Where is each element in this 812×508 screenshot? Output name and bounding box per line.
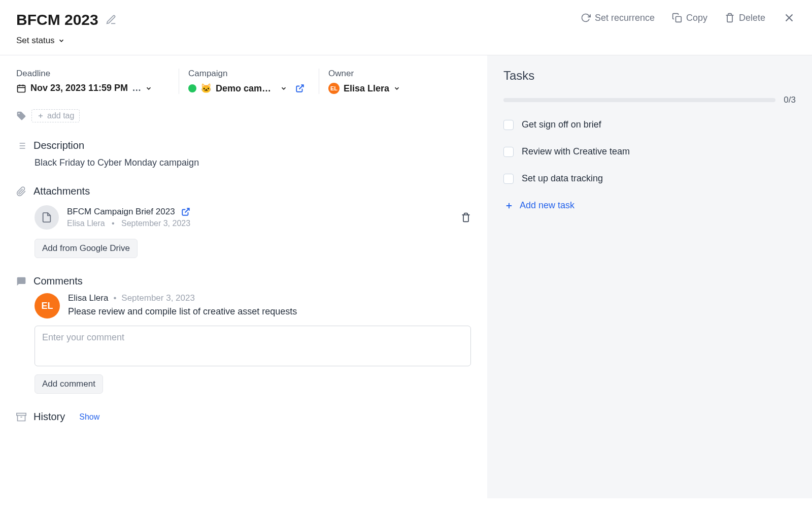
trash-icon[interactable] bbox=[461, 212, 471, 223]
attachment-name[interactable]: BFCM Campaign Brief 2023 bbox=[67, 207, 175, 217]
comment-date: September 3, 2023 bbox=[121, 293, 195, 303]
history-heading: History bbox=[33, 411, 65, 423]
task-label[interactable]: Review with Creative team bbox=[522, 146, 630, 157]
page-title: BFCM 2023 bbox=[16, 11, 98, 28]
copy-button[interactable]: Copy bbox=[672, 13, 707, 23]
plus-icon bbox=[37, 112, 44, 119]
attachment-author: Elisa Llera bbox=[67, 219, 105, 228]
copy-label: Copy bbox=[686, 13, 707, 23]
paperclip-icon bbox=[16, 186, 26, 197]
set-status-dropdown[interactable]: Set status bbox=[16, 36, 117, 46]
comment-author: Elisa Llera bbox=[68, 293, 108, 303]
external-link-icon[interactable] bbox=[181, 207, 190, 216]
tasks-progress-count: 0/3 bbox=[784, 95, 796, 105]
add-task-button[interactable]: Add new task bbox=[504, 200, 796, 211]
chevron-down-icon bbox=[393, 85, 400, 92]
tasks-panel: Tasks 0/3 Get sign off on brief Review w… bbox=[487, 55, 812, 498]
campaign-label: Campaign bbox=[188, 69, 304, 79]
task-label[interactable]: Get sign off on brief bbox=[522, 119, 601, 130]
tasks-progress-bar bbox=[503, 98, 775, 102]
delete-label: Delete bbox=[739, 13, 765, 23]
close-icon bbox=[783, 11, 796, 24]
close-button[interactable] bbox=[783, 11, 796, 24]
task-row: Get sign off on brief bbox=[503, 119, 796, 130]
chevron-down-icon bbox=[280, 85, 287, 92]
campaign-emoji-icon: 🐱 bbox=[200, 83, 212, 94]
history-show-link[interactable]: Show bbox=[79, 412, 99, 422]
task-checkbox[interactable] bbox=[503, 147, 514, 157]
add-tag-label: add tag bbox=[47, 111, 74, 120]
comment-text: Please review and compile list of creati… bbox=[68, 306, 297, 317]
add-comment-button[interactable]: Add comment bbox=[35, 374, 103, 394]
ellipsis-indicator: … bbox=[132, 83, 141, 93]
main-panel: Deadline Nov 23, 2023 11:59 PM … Campaig… bbox=[0, 55, 487, 498]
campaign-value[interactable]: 🐱 Demo cam… bbox=[188, 83, 304, 94]
comment-input[interactable] bbox=[35, 326, 471, 366]
description-text: Black Friday to Cyber Monday campaign bbox=[35, 157, 471, 168]
page-header: BFCM 2023 Set status Set recurrence Copy bbox=[0, 0, 812, 55]
description-heading: Description bbox=[33, 140, 84, 151]
owner-value[interactable]: EL Elisa Llera bbox=[328, 83, 400, 94]
add-tag-button[interactable]: add tag bbox=[31, 109, 80, 122]
edit-title-icon[interactable] bbox=[106, 14, 117, 25]
tag-icon bbox=[16, 111, 26, 121]
comments-heading: Comments bbox=[33, 275, 83, 287]
svg-rect-1 bbox=[18, 85, 25, 92]
attachment-row: BFCM Campaign Brief 2023 Elisa Llera • S… bbox=[35, 203, 471, 232]
set-recurrence-button[interactable]: Set recurrence bbox=[581, 13, 655, 23]
status-dot-icon bbox=[188, 84, 196, 92]
comment-row: EL Elisa Llera • September 3, 2023 Pleas… bbox=[35, 293, 471, 319]
task-row: Set up data tracking bbox=[503, 173, 796, 184]
set-status-label: Set status bbox=[16, 36, 55, 46]
archive-icon bbox=[16, 412, 26, 422]
attachments-heading: Attachments bbox=[33, 185, 90, 197]
task-row: Review with Creative team bbox=[503, 146, 796, 157]
add-from-drive-button[interactable]: Add from Google Drive bbox=[35, 239, 138, 258]
comment-icon bbox=[16, 276, 26, 287]
add-task-label: Add new task bbox=[520, 200, 574, 211]
tasks-heading: Tasks bbox=[503, 69, 796, 83]
trash-icon bbox=[725, 13, 735, 23]
task-checkbox[interactable] bbox=[503, 174, 514, 184]
external-link-icon[interactable] bbox=[295, 84, 304, 93]
svg-rect-2 bbox=[17, 413, 26, 415]
delete-button[interactable]: Delete bbox=[725, 13, 765, 23]
comment-avatar: EL bbox=[35, 293, 60, 319]
refresh-icon bbox=[581, 13, 591, 23]
copy-icon bbox=[672, 13, 682, 23]
calendar-icon bbox=[16, 83, 26, 93]
owner-label: Owner bbox=[328, 69, 400, 79]
deadline-label: Deadline bbox=[16, 69, 164, 79]
file-icon bbox=[35, 205, 59, 230]
owner-avatar: EL bbox=[328, 83, 340, 94]
attachment-date: September 3, 2023 bbox=[121, 219, 190, 228]
svg-rect-0 bbox=[675, 17, 681, 22]
plus-icon bbox=[504, 201, 514, 210]
chevron-down-icon bbox=[145, 85, 152, 92]
list-icon bbox=[16, 141, 26, 151]
task-label[interactable]: Set up data tracking bbox=[522, 173, 603, 184]
chevron-down-icon bbox=[58, 37, 65, 44]
deadline-value[interactable]: Nov 23, 2023 11:59 PM … bbox=[16, 83, 164, 93]
task-checkbox[interactable] bbox=[503, 120, 514, 130]
set-recurrence-label: Set recurrence bbox=[595, 13, 655, 23]
